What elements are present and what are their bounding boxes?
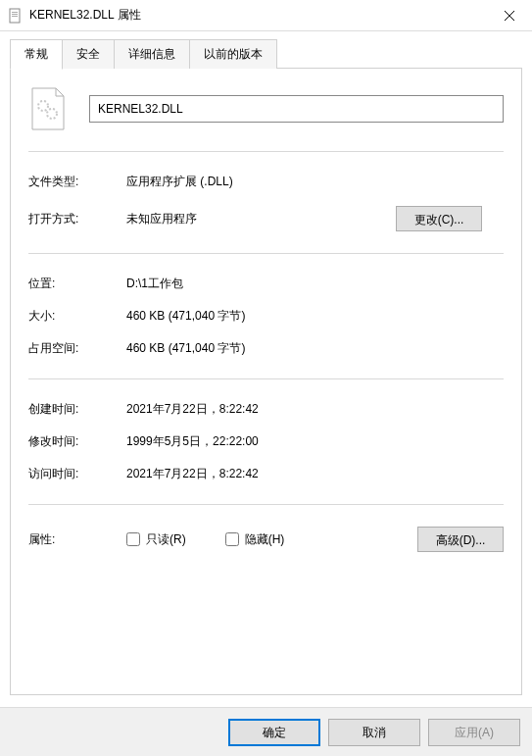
- ok-button[interactable]: 确定: [228, 719, 320, 746]
- separator: [28, 151, 504, 152]
- svg-rect-1: [12, 12, 18, 13]
- file-properties-icon: [8, 8, 24, 24]
- label-location: 位置:: [28, 276, 126, 292]
- label-modified: 修改时间:: [28, 433, 126, 450]
- close-button[interactable]: [487, 0, 532, 30]
- label-created: 创建时间:: [28, 401, 126, 418]
- svg-rect-3: [12, 16, 18, 17]
- label-attributes: 属性:: [28, 531, 126, 548]
- tab-general[interactable]: 常规: [10, 39, 63, 70]
- value-created: 2021年7月22日，8:22:42: [126, 401, 504, 418]
- change-button[interactable]: 更改(C)...: [396, 206, 482, 231]
- checkbox-readonly[interactable]: [126, 532, 140, 546]
- value-location: D:\1工作包: [126, 276, 504, 292]
- checkbox-hidden[interactable]: [225, 532, 239, 546]
- label-size: 大小:: [28, 308, 126, 325]
- cancel-button[interactable]: 取消: [328, 719, 420, 746]
- filename-input[interactable]: [89, 95, 504, 123]
- label-size-on-disk: 占用空间:: [28, 340, 126, 357]
- label-opens-with: 打开方式:: [28, 211, 126, 227]
- window-title: KERNEL32.DLL 属性: [29, 7, 141, 24]
- separator: [28, 378, 504, 379]
- value-size-on-disk: 460 KB (471,040 字节): [126, 340, 504, 357]
- dialog-button-bar: 确定 取消 应用(A): [0, 707, 532, 756]
- titlebar: KERNEL32.DLL 属性: [0, 0, 532, 31]
- file-type-icon: [28, 86, 68, 131]
- checkbox-hidden-wrapper[interactable]: 隐藏(H): [225, 531, 285, 548]
- value-modified: 1999年5月5日，22:22:00: [126, 433, 504, 450]
- tab-strip: 常规 安全 详细信息 以前的版本: [10, 39, 522, 69]
- checkbox-readonly-wrapper[interactable]: 只读(R): [126, 531, 186, 548]
- label-accessed: 访问时间:: [28, 466, 126, 482]
- value-accessed: 2021年7月22日，8:22:42: [126, 466, 504, 482]
- apply-button[interactable]: 应用(A): [428, 719, 520, 746]
- label-file-type: 文件类型:: [28, 174, 126, 190]
- checkbox-readonly-label: 只读(R): [146, 531, 186, 548]
- value-opens-with: 未知应用程序: [126, 211, 396, 227]
- separator: [28, 253, 504, 254]
- svg-rect-2: [12, 14, 18, 15]
- tab-panel-general: 文件类型: 应用程序扩展 (.DLL) 打开方式: 未知应用程序 更改(C)..…: [10, 68, 522, 695]
- advanced-button[interactable]: 高级(D)...: [417, 527, 504, 552]
- tab-details[interactable]: 详细信息: [114, 39, 190, 69]
- checkbox-hidden-label: 隐藏(H): [245, 531, 285, 548]
- separator: [28, 504, 504, 505]
- value-size: 460 KB (471,040 字节): [126, 308, 504, 325]
- tab-previous-versions[interactable]: 以前的版本: [189, 39, 277, 69]
- value-file-type: 应用程序扩展 (.DLL): [126, 174, 504, 190]
- tab-security[interactable]: 安全: [62, 39, 115, 69]
